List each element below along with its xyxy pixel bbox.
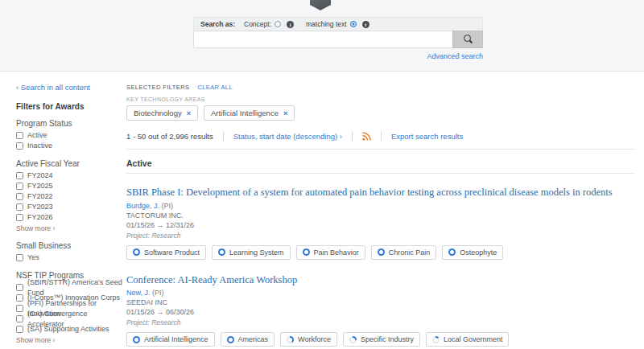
checkbox[interactable] [16,142,23,150]
relevance-ring-icon [378,248,385,256]
filter-option-active[interactable]: Active [16,130,124,141]
result-dates: 01/15/26 → 06/30/26 [126,308,635,317]
result-title-link[interactable]: Conference: AI-Ready America Workshop [126,273,635,287]
checkbox[interactable] [16,132,23,139]
checkbox[interactable] [16,172,23,179]
concept-tag[interactable]: Osteophyte [442,245,503,260]
result-project-type: Project: Research [126,232,635,240]
advanced-search-link[interactable]: Advanced search [193,52,483,60]
filter-option-fy2024[interactable]: FY2024 [16,170,124,181]
clear-all-link[interactable]: CLEAR ALL [197,84,233,91]
chevron-right-icon: › [340,132,342,141]
filter-option-ca[interactable]: (CA) Convergence Accelerator [16,314,124,324]
result-tags: Software Product Learning System Pain Be… [126,245,635,260]
checkbox[interactable] [16,183,23,190]
result-project-type: Project: Research [126,318,635,326]
author-link[interactable]: Burdge, J. [126,202,159,210]
checkbox[interactable] [16,203,23,211]
divider [352,131,353,142]
close-icon[interactable]: × [283,109,287,117]
checkbox[interactable] [16,305,23,312]
divider [126,149,635,150]
filter-section-fiscal-year: Active Fiscal Year FY2024 FY2025 FY2022 … [16,158,124,233]
concept-tag[interactable]: Pain Behavior [296,245,365,260]
concept-tag[interactable]: Specific Industry [343,332,420,347]
relevance-ring-icon [303,248,310,256]
checkbox[interactable] [16,254,23,261]
result-tags: Artificial Intelligence Americas Workfor… [126,332,635,347]
status-group-heading: Active [126,158,635,168]
filters-sidebar: ‹ Search in all content Filters for Awar… [16,83,124,349]
results-count: 1 - 50 out of 2,996 results [126,132,213,141]
checkbox[interactable] [16,326,23,333]
filter-option-sa[interactable]: (SA) Supporting Activities [16,324,124,335]
filter-section-small-business: Small Business Yes [16,240,124,263]
export-results-link[interactable]: Export search results [391,132,463,141]
concept-tag[interactable]: Software Product [126,245,206,260]
result-item: SBIR Phase I: Development of a system fo… [126,186,635,260]
result-item: Conference: AI-Ready America Workshop Ne… [126,273,635,347]
filter-chip-artificial-intelligence[interactable]: Artificial Intelligence × [204,105,295,121]
concept-tag[interactable]: Learning System [212,245,291,260]
concept-tag[interactable]: Local Government [426,332,510,347]
concept-info-icon[interactable]: i [287,21,294,28]
section-title: Active Fiscal Year [16,158,124,169]
result-title-link[interactable]: SBIR Phase I: Development of a system fo… [126,186,635,199]
result-authors: Burdge, J. (PI) [126,202,635,211]
checkbox[interactable] [16,294,23,302]
relevance-ring-icon [448,248,456,256]
result-organization: TACTORUM INC. [126,211,635,220]
divider [223,131,224,142]
concept-tag[interactable]: Workforce [280,332,337,347]
show-more-link[interactable]: Show more › [16,224,124,233]
filter-option-inactive[interactable]: Inactive [16,141,124,151]
matching-text-radio[interactable] [350,21,357,27]
result-dates: 01/15/26 → 12/31/26 [126,221,635,230]
filter-option-fy2022[interactable]: FY2022 [16,191,124,202]
search-input[interactable] [193,31,452,48]
filter-chip-biotechnology[interactable]: Biotechnology × [126,105,198,121]
filter-option-fy2023[interactable]: FY2023 [16,202,124,212]
section-title: Program Status [16,118,124,129]
chevron-right-icon: › [52,336,55,344]
checkbox[interactable] [16,193,23,200]
result-authors: New, J. (PI) [126,289,635,298]
concept-tag[interactable]: Artificial Intelligence [126,332,215,347]
checkbox[interactable] [16,315,23,322]
relevance-ring-icon [349,336,357,343]
matching-text-info-icon[interactable]: i [362,21,369,28]
relevance-ring-icon [432,336,440,343]
author-link[interactable]: New, J. [126,289,151,297]
concept-radio[interactable] [275,21,281,27]
filter-option-yes[interactable]: Yes [16,253,124,263]
checkbox[interactable] [16,284,23,291]
filter-option-fy2025[interactable]: FY2025 [16,181,124,191]
back-chevron-icon: ‹ [16,83,19,92]
pure-logo-icon [310,0,331,10]
filters-title: Filters for Awards [16,102,124,111]
result-organization: SEEDAI INC [126,298,635,307]
results-main: SELECTED FILTERS CLEAR ALL KEY TECHNOLOG… [126,84,635,349]
concept-tag[interactable]: Americas [221,332,275,347]
search-all-content-link[interactable]: ‹ Search in all content [16,83,124,92]
relevance-ring-icon [227,336,234,343]
filter-option-sbir[interactable]: (SBIR/STTR) America's Seed Fund [16,282,124,293]
selected-filters-label: SELECTED FILTERS [126,84,189,91]
filter-option-fy2026[interactable]: FY2026 [16,212,124,223]
search-panel: Search as: Concept: i matching text i Ad… [193,17,483,60]
filter-section-nsf-tip: NSF TIP Programs (SBIR/STTR) America's S… [16,270,124,345]
show-more-link[interactable]: Show more › [16,336,124,345]
divider [126,173,635,174]
close-icon[interactable]: × [187,109,191,117]
search-button[interactable] [452,31,483,48]
rss-feed-icon[interactable] [362,132,371,141]
filter-section-program-status: Program Status Active Inactive [16,118,124,151]
site-header: Search as: Concept: i matching text i Ad… [0,0,644,72]
search-as-label: Search as: [200,20,235,28]
relevance-ring-icon [218,248,225,256]
relevance-ring-icon [287,336,294,343]
concept-tag[interactable]: Chronic Pain [371,245,437,260]
checkbox[interactable] [16,214,23,221]
sort-selector[interactable]: Status, start date (descending) › [233,132,342,141]
relevance-ring-icon [133,336,140,343]
